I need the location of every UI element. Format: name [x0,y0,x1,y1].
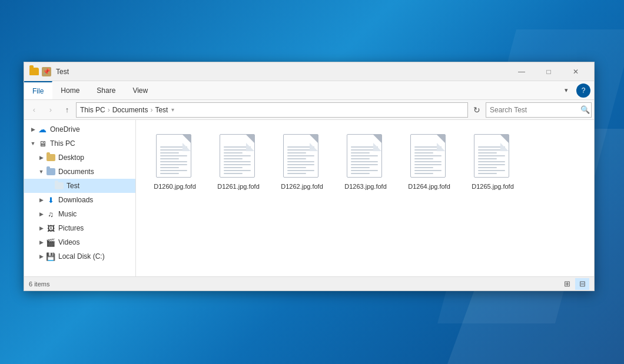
expand-arrow [37,238,45,246]
minimize-button[interactable]: — [508,62,535,81]
sidebar-item-localdisk[interactable]: 💾 Local Disk (C:) [24,249,135,263]
view-buttons: ⊞ ⊟ [560,278,589,290]
file-icon [156,134,194,180]
file-name: D1261.jpg.fofd [217,182,260,191]
expand-arrow [37,153,45,162]
sidebar-item-documents[interactable]: Documents [24,165,135,179]
file-icon [220,134,257,180]
expand-arrow [37,168,45,176]
ribbon-chevron: ▾ [560,81,573,99]
file-icon [283,134,321,180]
path-pc: This PC [80,106,105,114]
file-name: D1265.jpg.fofd [472,182,514,191]
path-documents: Documents [112,106,148,114]
tab-home[interactable]: Home [52,81,88,99]
maximize-button[interactable]: □ [535,62,562,81]
pc-icon: 🖥 [37,138,48,149]
file-item[interactable]: D1264.jpg.fofd [400,129,459,195]
expand-arrow [37,210,45,218]
sidebar-item-videos[interactable]: 🎬 Videos [24,235,135,249]
search-box: 🔍 [486,102,592,118]
expand-arrow [37,196,45,204]
pin-icon: 📌 [42,67,51,76]
file-icon [474,134,512,180]
ribbon: File Home Share View ▾ ? [24,81,594,100]
file-item[interactable]: D1261.jpg.fofd [209,129,268,195]
address-bar: ‹ › ↑ This PC › Documents › Test ▾ ↻ 🔍 [24,100,594,120]
expand-arrow [37,252,45,261]
sidebar-item-downloads[interactable]: ⬇ Downloads [24,193,135,207]
window-controls: — □ ✕ [508,62,589,81]
icon-view-button[interactable]: ⊟ [575,278,589,290]
refresh-button[interactable]: ↻ [469,102,484,118]
file-name: D1264.jpg.fofd [408,182,450,191]
list-view-button[interactable]: ⊞ [560,278,574,290]
file-item[interactable]: D1262.jpg.fofd [273,129,331,195]
downloads-icon: ⬇ [45,195,56,205]
tab-share[interactable]: Share [88,81,124,99]
file-icon [410,134,448,180]
sidebar-item-pictures[interactable]: 🖼 Pictures [24,221,135,235]
status-bar: 6 items ⊞ ⊟ [24,276,594,290]
forward-button[interactable]: › [43,102,58,118]
path-test: Test [155,106,168,114]
search-input[interactable] [490,106,578,114]
title-bar-icon [29,66,39,77]
item-count: 6 items [29,280,49,288]
file-area: D1260.jpg.fofd [136,120,594,276]
videos-icon: 🎬 [45,237,56,248]
file-item[interactable]: D1260.jpg.fofd [145,129,204,195]
window-title: Test [56,68,508,76]
main-content: ☁ OneDrive 🖥 This PC Desktop Documents [24,120,594,276]
sidebar: ☁ OneDrive 🖥 This PC Desktop Documents [24,120,136,276]
folder-icon [29,68,39,75]
onedrive-icon: ☁ [37,124,48,135]
file-name: D1263.jpg.fofd [344,182,387,191]
tab-view[interactable]: View [124,81,157,99]
up-button[interactable]: ↑ [59,102,75,118]
file-explorer-window: 📌 Test — □ ✕ File Home Share View ▾ ? ‹ … [24,62,595,291]
sidebar-item-thispc[interactable]: 🖥 This PC [24,136,135,151]
desktop-icon [45,152,56,163]
music-icon: ♫ [45,209,56,219]
search-icon[interactable]: 🔍 [580,105,590,114]
address-path[interactable]: This PC › Documents › Test ▾ [76,102,468,118]
title-bar: 📌 Test — □ ✕ [24,62,594,81]
sidebar-item-desktop[interactable]: Desktop [24,151,135,165]
close-button[interactable]: ✕ [562,62,589,81]
path-segment: This PC › Documents › Test ▾ [80,106,174,114]
expand-arrow [29,125,37,133]
file-item[interactable]: D1265.jpg.fofd [463,129,522,195]
file-name: D1262.jpg.fofd [281,182,323,191]
pictures-icon: 🖼 [45,223,56,233]
drive-icon: 💾 [45,251,56,262]
file-icon [347,134,384,180]
file-name: D1260.jpg.fofd [154,182,196,191]
file-item[interactable]: D1263.jpg.fofd [336,129,395,195]
sidebar-item-test[interactable]: Test [24,179,135,193]
expand-arrow [37,224,45,232]
tab-file[interactable]: File [24,81,52,99]
test-folder-icon [54,181,64,191]
sidebar-item-music[interactable]: ♫ Music [24,207,135,221]
back-button[interactable]: ‹ [26,102,42,118]
help-button[interactable]: ? [576,84,590,98]
documents-icon [45,166,56,177]
expand-arrow [29,139,37,148]
sidebar-item-onedrive[interactable]: ☁ OneDrive [24,122,135,136]
